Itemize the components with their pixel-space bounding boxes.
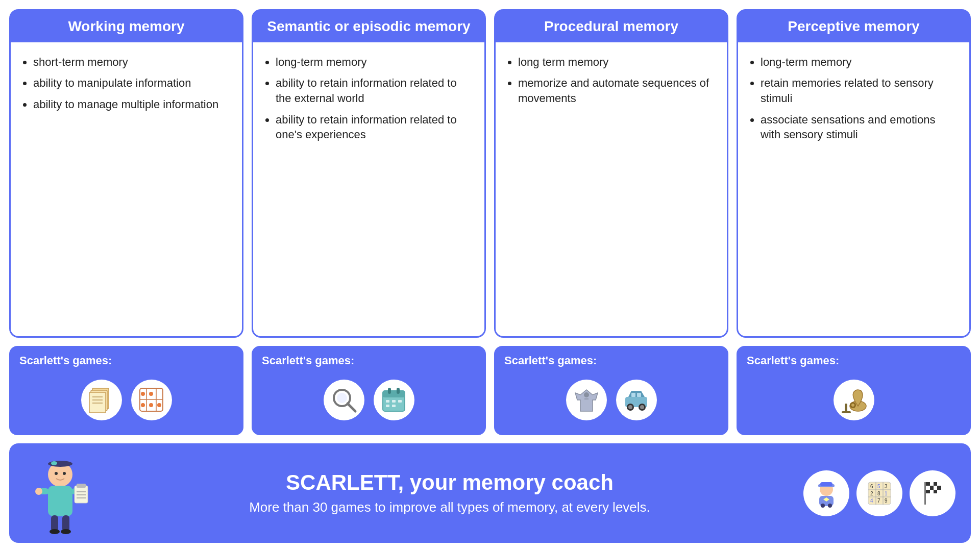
footer-banner: SCARLETT, your memory coach More than 30… — [9, 443, 971, 543]
svg-point-14 — [157, 403, 161, 407]
game-icon[interactable] — [566, 380, 607, 420]
games-card-working-memory: Scarlett's games: — [9, 346, 243, 435]
games-icons-perceptive-memory — [747, 372, 961, 427]
svg-rect-93 — [926, 490, 930, 493]
card-body-procedural-memory: long term memorymemorize and automate se… — [496, 42, 727, 336]
footer-icon-sudoku: 6 5 3 2 8 1 4 7 9 — [856, 470, 902, 516]
svg-rect-91 — [934, 486, 937, 490]
card-body-working-memory: short-term memoryability to manipulate i… — [11, 42, 242, 336]
svg-rect-48 — [48, 486, 72, 516]
card-list-perceptive-memory: long-term memoryretain memories related … — [749, 55, 958, 142]
card-header-working-memory: Working memory — [11, 11, 242, 42]
svg-point-60 — [50, 529, 60, 534]
svg-point-46 — [55, 472, 58, 475]
svg-point-10 — [141, 392, 145, 396]
svg-point-11 — [141, 403, 145, 407]
svg-rect-85 — [926, 482, 930, 486]
card-body-perceptive-memory: long-term memoryretain memories related … — [738, 42, 969, 336]
card-list-procedural-memory: long term memorymemorize and automate se… — [507, 55, 716, 106]
svg-text:5: 5 — [877, 484, 880, 489]
card-header-procedural-memory: Procedural memory — [496, 11, 727, 42]
games-card-semantic-memory: Scarlett's games: — [252, 346, 486, 435]
svg-point-47 — [63, 472, 66, 475]
card-list-item: long-term memory — [276, 55, 473, 70]
svg-point-17 — [337, 393, 347, 403]
footer-icon-person — [803, 470, 849, 516]
svg-text:1: 1 — [885, 491, 888, 496]
svg-rect-32 — [631, 393, 635, 397]
games-label-working-memory: Scarlett's games: — [19, 354, 233, 367]
game-icon[interactable] — [834, 380, 874, 420]
card-header-perceptive-memory: Perceptive memory — [738, 11, 969, 42]
svg-point-40 — [851, 404, 854, 407]
game-icon[interactable] — [374, 380, 414, 420]
games-row: Scarlett's games:Scarlett's games:Scarle… — [9, 346, 971, 435]
card-list-item: memorize and automate sequences of movem… — [518, 76, 716, 106]
game-icon[interactable] — [324, 380, 364, 420]
svg-rect-94 — [930, 490, 934, 493]
svg-rect-26 — [392, 405, 396, 407]
svg-rect-21 — [397, 388, 400, 394]
card-list-item: associate sensations and emotions with s… — [761, 112, 958, 142]
svg-text:7: 7 — [877, 498, 880, 504]
svg-rect-33 — [637, 393, 641, 397]
memory-card-procedural-memory: Procedural memorylong term memorymemoriz… — [494, 9, 728, 338]
svg-rect-42 — [842, 411, 851, 413]
footer-icons: 6 5 3 2 8 1 4 7 9 — [803, 470, 955, 516]
character-svg — [30, 455, 91, 534]
games-icons-procedural-memory — [504, 372, 718, 427]
memory-card-perceptive-memory: Perceptive memorylong-term memoryretain … — [737, 9, 971, 338]
card-list-item: retain memories related to sensory stimu… — [761, 76, 958, 106]
svg-line-16 — [348, 404, 355, 411]
svg-rect-19 — [383, 391, 405, 397]
svg-text:6: 6 — [870, 484, 873, 489]
card-list-working-memory: short-term memoryability to manipulate i… — [22, 55, 231, 112]
svg-point-12 — [149, 392, 153, 396]
games-icons-semantic-memory — [262, 372, 476, 427]
svg-rect-2 — [89, 392, 106, 413]
games-label-semantic-memory: Scarlett's games: — [262, 354, 476, 367]
svg-point-67 — [828, 504, 832, 508]
card-list-item: long term memory — [518, 55, 716, 70]
svg-text:4: 4 — [870, 498, 873, 504]
game-icon[interactable] — [616, 380, 657, 420]
memory-card-semantic-memory: Semantic or episodic memorylong-term mem… — [252, 9, 486, 338]
svg-point-50 — [35, 488, 42, 495]
svg-point-37 — [640, 405, 644, 409]
svg-rect-83 — [924, 482, 926, 505]
svg-text:8: 8 — [877, 491, 880, 496]
svg-point-66 — [821, 504, 825, 508]
card-list-item: long-term memory — [761, 55, 958, 70]
svg-rect-87 — [934, 482, 937, 486]
games-label-procedural-memory: Scarlett's games: — [504, 354, 718, 367]
svg-point-61 — [61, 529, 71, 534]
svg-rect-25 — [386, 405, 389, 407]
footer-subtitle: More than 30 games to improve all types … — [106, 499, 793, 516]
svg-rect-86 — [930, 482, 934, 486]
svg-rect-95 — [934, 490, 937, 493]
svg-point-13 — [149, 403, 153, 407]
svg-rect-88 — [937, 482, 941, 486]
card-list-item: ability to manipulate information — [33, 76, 231, 91]
svg-text:2: 2 — [870, 491, 873, 496]
game-icon[interactable] — [131, 380, 172, 420]
card-list-item: ability to retain information related to… — [276, 76, 473, 106]
card-list-item: ability to retain information related to… — [276, 112, 473, 142]
svg-rect-23 — [392, 400, 396, 403]
svg-text:3: 3 — [885, 484, 888, 489]
game-icon[interactable] — [81, 380, 122, 420]
card-list-item: ability to manage multiple information — [33, 97, 231, 112]
games-label-perceptive-memory: Scarlett's games: — [747, 354, 961, 367]
memory-cards-row: Working memoryshort-term memoryability t… — [9, 9, 971, 338]
svg-rect-57 — [38, 495, 43, 498]
svg-rect-64 — [820, 482, 832, 486]
card-list-item: short-term memory — [33, 55, 231, 70]
svg-point-28 — [584, 392, 589, 397]
games-card-perceptive-memory: Scarlett's games: — [737, 346, 971, 435]
card-list-semantic-memory: long-term memoryability to retain inform… — [264, 55, 473, 142]
svg-rect-52 — [75, 486, 88, 503]
svg-point-35 — [628, 405, 632, 409]
svg-rect-89 — [926, 486, 930, 490]
footer-title: SCARLETT, your memory coach — [106, 470, 793, 495]
svg-rect-53 — [77, 484, 86, 488]
